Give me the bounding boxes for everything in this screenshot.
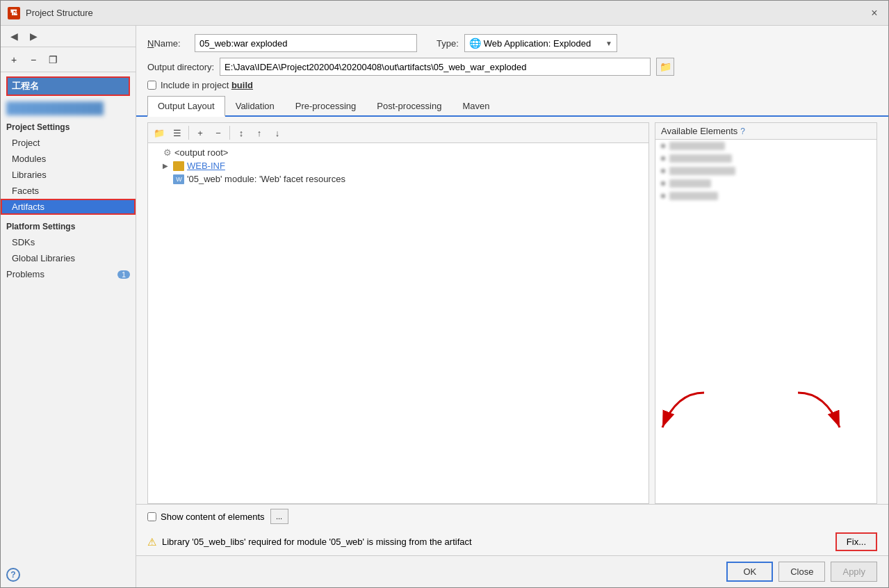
available-item-3 — [655, 165, 876, 177]
sidebar-toolbar: + − ❐ — [1, 47, 136, 72]
dialog-buttons: OK Close Apply — [136, 555, 888, 587]
tree-item-output-root[interactable]: ⚙ <output root> — [148, 146, 649, 159]
available-header: Available Elements ? — [655, 123, 876, 140]
output-root-icon: ⚙ — [163, 147, 172, 158]
dropdown-arrow-icon: ▼ — [605, 40, 612, 47]
include-checkbox[interactable] — [147, 81, 156, 90]
available-item-4 — [655, 177, 876, 190]
sidebar-item-project[interactable]: Project — [1, 135, 136, 151]
expand-icon — [151, 148, 161, 158]
available-text-2 — [669, 154, 732, 163]
tree-up-button[interactable]: ↑ — [251, 124, 268, 141]
type-label: Type: — [437, 38, 459, 49]
project-structure-dialog: 🏗 Project Structure × ◀ ▶ + − ❐ 工程名 Proj… — [0, 0, 889, 588]
forward-button[interactable]: ▶ — [26, 28, 41, 44]
separator-1 — [188, 126, 189, 140]
tree-list-button[interactable]: ☰ — [169, 124, 186, 141]
tree-down-button[interactable]: ↓ — [269, 124, 286, 141]
file-icon-module: W — [173, 174, 184, 184]
show-content-row: Show content of elements — [147, 512, 265, 522]
ok-button[interactable]: OK — [726, 562, 773, 582]
separator-2 — [229, 126, 230, 140]
dot-icon-2 — [661, 156, 665, 161]
apply-button[interactable]: Apply — [831, 562, 877, 582]
tree-toolbar: 📁 ☰ + − ↕ ↑ ↓ — [148, 123, 649, 143]
project-name-blurred — [6, 101, 104, 115]
project-name-box: 工程名 — [6, 76, 130, 96]
include-checkbox-row: Include in project build — [147, 80, 877, 90]
back-button[interactable]: ◀ — [6, 28, 22, 44]
tree-content: ⚙ <output root> ▶ WEB-INF W — [148, 143, 649, 188]
available-item-1 — [655, 140, 876, 152]
available-text-4 — [669, 179, 711, 188]
tree-item-webinf[interactable]: ▶ WEB-INF — [148, 159, 649, 172]
expand-icon-webinf: ▶ — [161, 161, 170, 171]
dot-icon-5 — [661, 194, 665, 198]
title-bar-left: 🏗 Project Structure — [8, 7, 93, 19]
problems-badge: 1 — [117, 270, 130, 279]
available-panel: Available Elements ? — [655, 122, 877, 504]
output-dir-input[interactable] — [220, 58, 651, 76]
app-icon: 🏗 — [8, 7, 20, 19]
dot-icon-1 — [661, 144, 665, 148]
show-content-checkbox[interactable] — [147, 512, 156, 521]
tabs-bar: Output Layout Validation Pre-processing … — [136, 96, 888, 117]
sidebar-item-facets[interactable]: Facets — [1, 183, 136, 199]
help-available-icon[interactable]: ? — [740, 126, 745, 136]
browse-folder-button[interactable]: 📁 — [656, 58, 674, 76]
sidebar-item-modules[interactable]: Modules — [1, 151, 136, 167]
tree-remove-button[interactable]: − — [210, 124, 227, 141]
name-input[interactable] — [195, 34, 417, 52]
type-select[interactable]: 🌐 Web Application: Exploded ▼ — [464, 34, 617, 52]
tab-output-layout[interactable]: Output Layout — [147, 96, 225, 117]
artifact-header: NName: Type: 🌐 Web Application: Exploded… — [136, 26, 888, 96]
folder-icon-webinf — [173, 161, 184, 171]
name-row: NName: Type: 🌐 Web Application: Exploded… — [147, 34, 877, 52]
available-text-1 — [669, 142, 725, 150]
name-label: NName: — [147, 38, 189, 49]
platform-settings-header: Platform Settings — [1, 215, 136, 234]
tab-maven[interactable]: Maven — [452, 96, 500, 117]
tree-item-module[interactable]: W '05_web' module: 'Web' facet resources — [148, 172, 649, 186]
main-content: ◀ ▶ + − ❐ 工程名 Project Settings Project M… — [1, 26, 888, 587]
dialog-title: Project Structure — [26, 8, 93, 18]
sidebar-item-libraries[interactable]: Libraries — [1, 167, 136, 183]
warning-text: Library '05_web_libs' required for modul… — [162, 537, 472, 547]
output-dir-label: Output directory: — [147, 62, 214, 72]
help-button[interactable]: ? — [6, 568, 20, 582]
tree-add-button[interactable]: + — [192, 124, 209, 141]
dot-icon-4 — [661, 181, 665, 186]
right-panel: NName: Type: 🌐 Web Application: Exploded… — [136, 26, 888, 587]
tab-validation[interactable]: Validation — [225, 96, 285, 117]
cancel-button[interactable]: Close — [778, 562, 825, 582]
expand-icon-module — [161, 174, 170, 184]
sidebar-item-sdks[interactable]: SDKs — [1, 234, 136, 250]
bottom-area: Show content of elements ... — [136, 504, 888, 528]
include-label: Include in project build — [161, 80, 253, 90]
output-dir-row: Output directory: 📁 — [147, 58, 877, 76]
sidebar-item-global-libraries[interactable]: Global Libraries — [1, 250, 136, 266]
help-area: ? — [1, 562, 136, 587]
sidebar-item-artifacts[interactable]: Artifacts — [1, 199, 136, 215]
available-item-2 — [655, 152, 876, 165]
title-bar: 🏗 Project Structure × — [1, 1, 888, 26]
dots-button[interactable]: ... — [270, 509, 288, 524]
nav-toolbar: ◀ ▶ — [1, 26, 136, 47]
sidebar: ◀ ▶ + − ❐ 工程名 Project Settings Project M… — [1, 26, 136, 587]
tree-sort-button[interactable]: ↕ — [233, 124, 250, 141]
warning-icon: ⚠ — [147, 536, 156, 548]
copy-artifact-button[interactable]: ❐ — [45, 52, 60, 67]
tab-preprocessing[interactable]: Pre-processing — [285, 96, 366, 117]
tab-postprocessing[interactable]: Post-processing — [366, 96, 452, 117]
add-artifact-button[interactable]: + — [6, 52, 22, 67]
available-text-5 — [669, 192, 718, 200]
tree-folder-button[interactable]: 📁 — [151, 124, 168, 141]
available-item-5 — [655, 190, 876, 202]
type-globe-icon: 🌐 — [469, 38, 481, 49]
fix-button[interactable]: Fix... — [835, 532, 877, 551]
available-text-3 — [669, 167, 735, 175]
problems-row[interactable]: Problems 1 — [1, 266, 136, 282]
remove-artifact-button[interactable]: − — [26, 52, 41, 67]
close-window-button[interactable]: × — [867, 6, 881, 20]
warning-bar: ⚠ Library '05_web_libs' required for mod… — [136, 528, 888, 555]
